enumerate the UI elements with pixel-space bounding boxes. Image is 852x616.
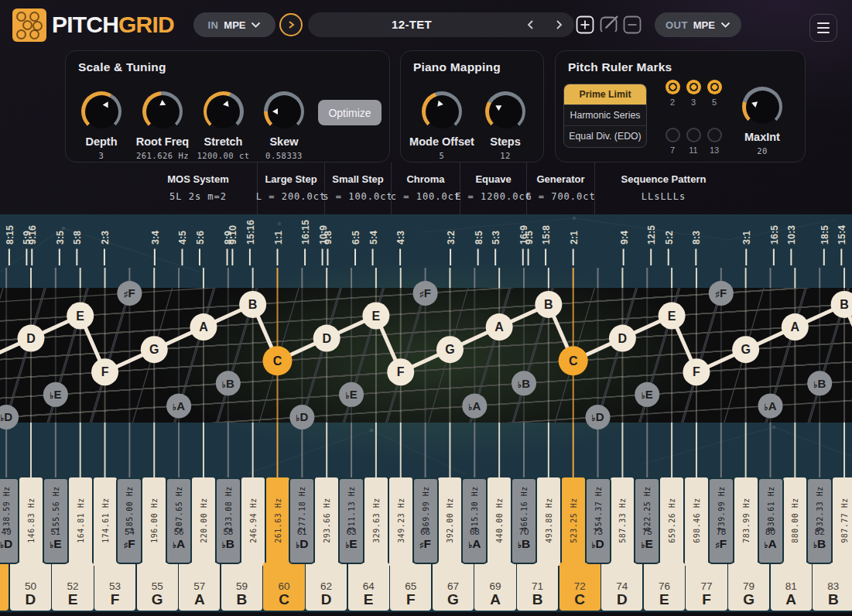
ruler-label-3:5: 3:5 <box>55 231 66 245</box>
edit-preset-button[interactable] <box>600 13 618 32</box>
piano-key-48-body[interactable] <box>0 563 9 611</box>
ruler-label-3:4: 3:4 <box>150 231 161 245</box>
knob-label: Mode Offset <box>409 135 474 148</box>
remove-preset-button[interactable] <box>623 15 642 34</box>
info-value: 5L 2s m=2 <box>169 191 227 202</box>
info-col-sequence-pattern: Sequence PatternLLsLLLs <box>594 163 732 214</box>
knob-value: 5 <box>440 151 445 160</box>
knob-steps[interactable]: Steps12 <box>470 91 540 160</box>
next-preset-button[interactable] <box>553 19 565 31</box>
key-number: 67 <box>432 580 474 592</box>
knob-pointer <box>202 90 245 132</box>
top-bar: PITCHGRID IN MPE 12-TET <box>0 0 852 50</box>
scale-tuning-panel: Scale & Tuning Depth3Root Freq261.626 Hz… <box>65 50 390 163</box>
knob-pointer <box>268 95 301 128</box>
ruler-label-1:1: 1:1 <box>273 231 284 245</box>
ruler-label-6:5: 6:5 <box>351 231 361 245</box>
knob-pointer-triangle <box>750 100 757 108</box>
ruler-label-4:5: 4:5 <box>177 231 188 245</box>
knob-ring <box>422 91 462 132</box>
info-label: Small Step <box>332 173 383 185</box>
knob-skew[interactable]: Skew0.58333 <box>249 91 319 160</box>
key-number: 83 <box>813 580 852 592</box>
ruler-label-3:1: 3:1 <box>741 231 752 245</box>
ruler-label-8:3: 8:3 <box>691 231 702 245</box>
optimize-button[interactable]: Optimize <box>318 100 382 125</box>
knob-maxint[interactable]: MaxInt20 <box>727 87 797 156</box>
info-col-chroma: Chromac = 100.0ct <box>391 163 460 214</box>
key-number: 65 <box>390 580 432 592</box>
pitch-ruler-lattice: 8:155:99:163:55:82:33:44:55:68:99:1015:1… <box>0 214 852 477</box>
key-number: 77 <box>686 580 727 592</box>
key-note-name: A <box>770 591 812 608</box>
add-preset-button[interactable] <box>576 15 594 34</box>
key-note-name: G <box>136 591 178 608</box>
key-number: 75 <box>631 527 662 536</box>
knob-root-freq[interactable]: Root Freq261.626 Hz <box>128 91 197 160</box>
knob-ring <box>204 91 244 132</box>
preset-bar: 12-TET <box>308 12 574 37</box>
knob-pointer-triangle <box>102 100 110 108</box>
knob-label: Root Freq <box>136 135 189 148</box>
main-menu-button[interactable] <box>809 14 837 42</box>
key-frequency: 587.33 Hz <box>618 478 628 563</box>
key-note-name: A <box>179 591 221 608</box>
key-number: 58 <box>213 527 244 536</box>
pitch-ruler-marks-panel: Pitch Ruler Marks Prime LimitHarmonic Se… <box>555 50 806 163</box>
scale-info-bar: MOS System5L 2s m=2Large StepL = 200.0ct… <box>0 163 852 214</box>
info-col-mos-system: MOS System5L 2s m=2 <box>139 163 257 214</box>
key-number: 78 <box>706 527 737 536</box>
key-number: 52 <box>52 580 94 592</box>
knob-pointer-triangle <box>159 99 166 105</box>
midi-out-selector[interactable]: OUT MPE <box>655 12 741 37</box>
ruler-label-18:5: 18:5 <box>819 225 830 245</box>
lattice-node-label: F <box>693 365 700 378</box>
pitchgrid-logo-icon <box>12 9 46 42</box>
key-frequency: 246.94 Hz <box>248 478 258 563</box>
knob-pointer-triangle <box>272 108 278 115</box>
ruler-label-10:3: 10:3 <box>786 225 797 245</box>
ruler-label-5:3: 5:3 <box>491 231 501 245</box>
key-note-name: A <box>474 591 516 608</box>
key-number: 80 <box>755 527 786 536</box>
key-note-name: F <box>686 591 727 608</box>
key-number: 54 <box>114 527 145 536</box>
key-note-name: ♭B <box>508 537 539 551</box>
info-value: G = 700.0ct <box>525 191 595 202</box>
out-mode: MPE <box>693 19 715 31</box>
key-frequency: 440.00 Hz <box>494 478 505 563</box>
chevron-down-icon <box>720 21 731 29</box>
knob-mode-offset[interactable]: Mode Offset5 <box>407 91 477 160</box>
key-note-name: G <box>728 591 770 608</box>
key-number: 59 <box>221 580 262 592</box>
knob-ring <box>142 91 183 132</box>
knob-value: 20 <box>757 146 768 156</box>
in-mode: MPE <box>224 19 245 31</box>
lattice-node-label: D <box>322 332 331 345</box>
prev-preset-button[interactable] <box>525 19 537 31</box>
key-number: 61 <box>286 527 317 536</box>
lattice-node-label: A <box>494 320 504 334</box>
key-note-name: E <box>52 591 94 608</box>
key-frequency: 174.61 Hz <box>100 478 110 563</box>
key-number: 66 <box>410 527 441 536</box>
key-note-name: C <box>559 591 601 608</box>
logo-pitch: PITCH <box>52 12 118 37</box>
knob-label: MaxInt <box>744 131 780 143</box>
key-note-name: D <box>601 591 643 608</box>
key-number: 72 <box>559 580 601 592</box>
knob-label: Stretch <box>204 135 243 148</box>
expand-arrow-button[interactable] <box>279 13 303 36</box>
knob-depth[interactable]: Depth3 <box>67 91 136 160</box>
knob-ring <box>485 91 525 132</box>
knob-pointer <box>483 89 529 135</box>
key-number: 70 <box>508 527 539 536</box>
key-note-name: ♭D <box>0 537 22 551</box>
midi-in-selector[interactable]: IN MPE <box>193 12 275 37</box>
lattice-node-label: E <box>668 310 676 323</box>
ruler-label-8:5: 8:5 <box>474 231 484 245</box>
chevron-right-icon <box>286 19 296 30</box>
knob-stretch[interactable]: Stretch1200.00 ct <box>189 91 258 160</box>
ruler-label-5:8: 5:8 <box>72 231 83 245</box>
lattice-node-label: C <box>273 354 282 368</box>
